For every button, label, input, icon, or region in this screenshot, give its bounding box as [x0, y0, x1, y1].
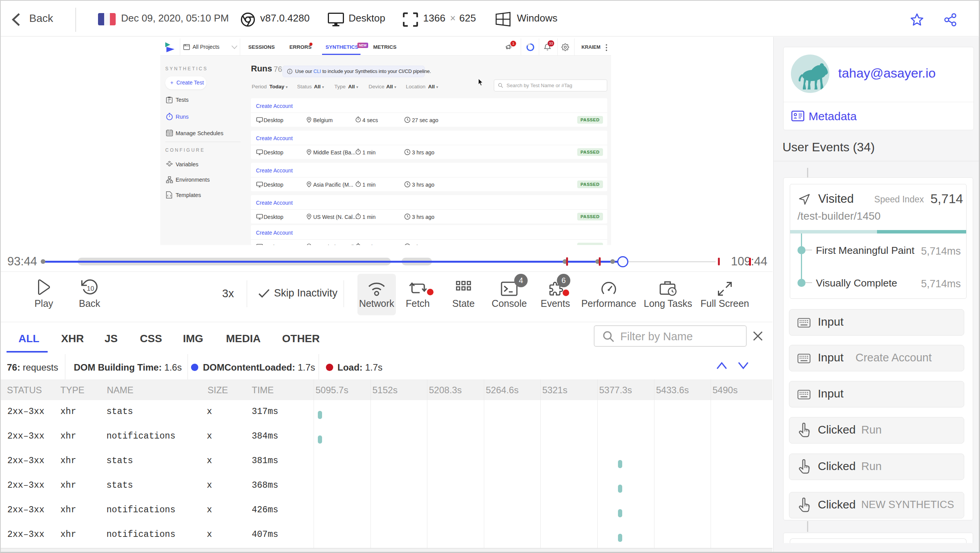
svg-text:10: 10 [87, 285, 94, 292]
